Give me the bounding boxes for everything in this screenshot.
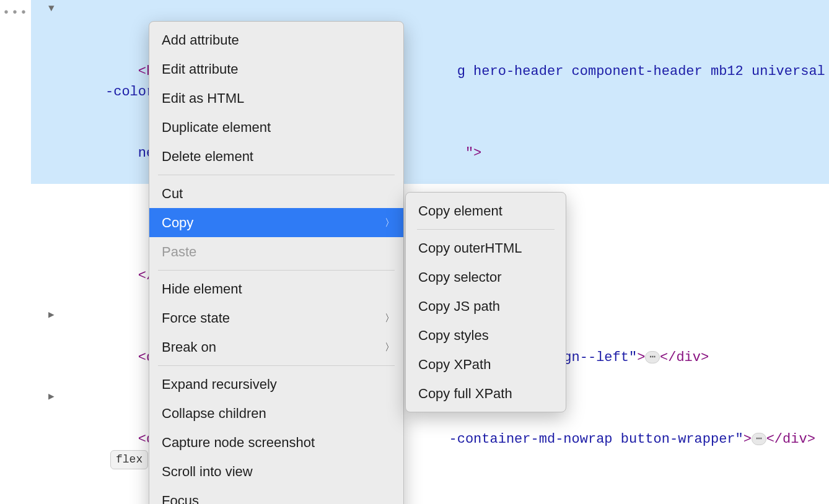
chevron-right-icon: 〉 [385, 340, 395, 355]
menu-separator [158, 270, 395, 271]
chevron-right-icon: 〉 [385, 215, 395, 230]
menu-hide-element[interactable]: Hide element [149, 274, 403, 303]
more-icon[interactable]: ••• [2, 4, 29, 22]
menu-cut[interactable]: Cut [149, 179, 403, 208]
collapse-toggle-icon[interactable]: ▶ [48, 308, 59, 319]
menu-separator [417, 229, 555, 230]
menu-add-attribute[interactable]: Add attribute [149, 25, 403, 54]
expand-toggle-icon[interactable]: ▼ [48, 1, 59, 12]
ellipsis-icon[interactable]: ⋯ [645, 351, 660, 363]
menu-edit-as-html[interactable]: Edit as HTML [149, 84, 403, 113]
submenu-copy-outerhtml[interactable]: Copy outerHTML [406, 233, 566, 263]
menu-separator [158, 365, 395, 366]
menu-focus[interactable]: Focus [149, 486, 403, 504]
submenu-copy-js-path[interactable]: Copy JS path [406, 292, 566, 321]
menu-delete-element[interactable]: Delete element [149, 142, 403, 171]
collapse-toggle-icon[interactable]: ▶ [48, 389, 59, 401]
menu-collapse-children[interactable]: Collapse children [149, 399, 403, 428]
menu-edit-attribute[interactable]: Edit attribute [149, 54, 403, 84]
menu-capture-screenshot[interactable]: Capture node screenshot [149, 428, 403, 457]
menu-force-state[interactable]: Force state〉 [149, 303, 403, 332]
menu-break-on[interactable]: Break on〉 [149, 332, 403, 362]
menu-expand-recursively[interactable]: Expand recursively [149, 370, 403, 399]
submenu-copy-selector[interactable]: Copy selector [406, 263, 566, 292]
submenu-copy-styles[interactable]: Copy styles [406, 321, 566, 350]
chevron-right-icon: 〉 [385, 311, 395, 326]
submenu-copy-element[interactable]: Copy element [406, 196, 566, 225]
menu-separator [158, 175, 395, 175]
submenu-copy-xpath[interactable]: Copy XPath [406, 350, 566, 379]
context-menu: Add attribute Edit attribute Edit as HTM… [149, 21, 404, 504]
menu-scroll-into-view[interactable]: Scroll into view [149, 457, 403, 486]
menu-duplicate-element[interactable]: Duplicate element [149, 113, 403, 142]
flex-badge[interactable]: flex [110, 450, 148, 469]
copy-submenu: Copy element Copy outerHTML Copy selecto… [405, 192, 566, 412]
submenu-copy-full-xpath[interactable]: Copy full XPath [406, 379, 566, 408]
menu-paste: Paste [149, 237, 403, 266]
menu-copy[interactable]: Copy〉 [149, 208, 403, 237]
ellipsis-icon[interactable]: ⋯ [752, 433, 766, 445]
